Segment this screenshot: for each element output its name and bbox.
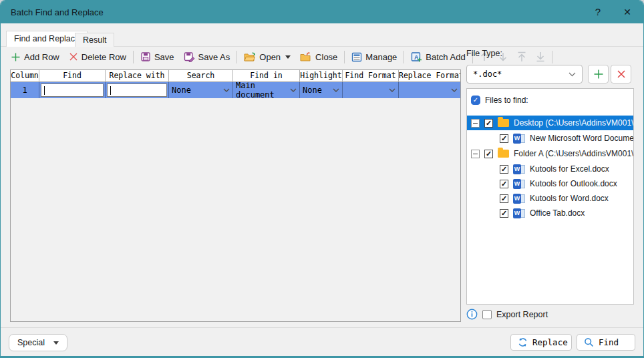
item-checkbox[interactable]: ✓ (484, 150, 493, 158)
find-in-value: Main document (236, 82, 290, 98)
header-find-format: Find Format (343, 70, 399, 81)
word-document-icon: W (513, 134, 525, 144)
header-find-in: Find in (233, 70, 300, 81)
add-row-button[interactable]: Add Row (6, 48, 64, 65)
word-document-icon: W (513, 208, 525, 218)
footer-divider (1, 327, 643, 328)
tree-item-doc[interactable]: ✓ W Kutools for Excel.docx (467, 162, 633, 176)
save-button[interactable]: Save (136, 48, 179, 65)
export-report-label: Export Report (496, 310, 548, 319)
save-label: Save (154, 52, 174, 62)
replace-with-input[interactable] (107, 83, 167, 97)
item-checkbox[interactable]: ✓ (500, 194, 508, 203)
title-bar: Batch Find and Replace (1, 1, 643, 23)
manage-label: Manage (365, 52, 397, 62)
text-caret (44, 86, 45, 95)
file-type-combobox[interactable]: *.doc* (466, 65, 583, 83)
toolbar-separator (552, 51, 552, 63)
move-top-button[interactable] (512, 51, 531, 62)
text-caret (110, 86, 111, 95)
batch-add-icon: A (411, 51, 422, 62)
batch-find-replace-dialog: Batch Find and Replace ? ✕ Find and Repl… (0, 0, 644, 358)
replace-with-cell[interactable] (106, 82, 169, 98)
chevron-down-icon (223, 88, 230, 92)
tree-item-doc[interactable]: ✓ W Kutools for Outlook.docx (467, 176, 633, 191)
open-folder-icon (244, 52, 256, 62)
find-format-dropdown[interactable] (343, 82, 399, 98)
tree-item-doc[interactable]: ✓ W New Microsoft Word Document.docx (467, 131, 633, 146)
item-checkbox[interactable]: ✓ (500, 180, 508, 188)
move-top-icon (516, 51, 527, 62)
save-icon (140, 51, 151, 62)
open-dropdown-caret-icon[interactable] (285, 55, 291, 59)
tab-result[interactable]: Result (75, 33, 114, 47)
item-checkbox[interactable]: ✓ (500, 209, 508, 218)
tree-item-folder[interactable]: ✓ Desktop (C:\Users\AddinsVM001\Desktop) (467, 116, 633, 130)
highlight-dropdown[interactable]: None (300, 82, 343, 98)
item-checkbox[interactable]: ✓ (484, 119, 493, 128)
word-document-icon: W (513, 179, 525, 189)
info-icon[interactable] (466, 309, 478, 320)
collapse-icon[interactable] (471, 119, 480, 128)
replace-format-dropdown[interactable] (399, 82, 460, 98)
toolbar-separator (236, 51, 237, 63)
tree-item-label: Kutools for Word.docx (530, 194, 609, 203)
tree-item-doc[interactable]: ✓ W Kutools for Word.docx (467, 191, 633, 206)
item-checkbox[interactable]: ✓ (500, 165, 508, 174)
tree-item-label: Desktop (C:\Users\AddinsVM001\Desktop) (514, 118, 633, 128)
toolbar-separator (404, 51, 404, 63)
special-label: Special (17, 338, 45, 347)
chevron-down-icon (569, 72, 576, 77)
delete-row-button[interactable]: Delete Row (64, 48, 131, 65)
files-to-find-toggle[interactable]: ✓ Files to find: (467, 93, 633, 108)
special-button[interactable]: Special (9, 334, 67, 351)
find-button[interactable]: Find (577, 334, 635, 351)
delete-row-label: Delete Row (82, 52, 126, 62)
folder-icon (498, 150, 509, 158)
find-cell[interactable] (39, 82, 106, 98)
toolbar-separator (133, 51, 134, 63)
close-button[interactable]: ✕ (615, 1, 639, 23)
close-file-button[interactable]: Close (295, 48, 342, 65)
x-icon (617, 69, 626, 79)
collapse-icon[interactable] (471, 150, 480, 158)
tree-item-label: Folder A (C:\Users\AddinsVM001\Desktop) (514, 149, 633, 158)
search-value: None (172, 85, 191, 95)
close-file-label: Close (315, 52, 337, 62)
replace-button[interactable]: Replace (510, 334, 572, 351)
tree-item-folder[interactable]: ✓ Folder A (C:\Users\AddinsVM001\Desktop… (467, 146, 633, 161)
toolbar-separator (344, 51, 345, 63)
remove-file-type-button[interactable] (611, 65, 631, 83)
move-bottom-button[interactable] (531, 51, 550, 62)
add-file-type-button[interactable] (588, 65, 609, 83)
file-type-value: *.doc* (473, 69, 502, 79)
header-search: Search (169, 70, 233, 81)
chevron-down-icon (333, 88, 339, 92)
chevron-down-icon (290, 88, 297, 92)
files-to-find-checkbox[interactable]: ✓ (471, 96, 480, 105)
grid-header-row: Column Find Replace with Search Find in … (11, 70, 460, 82)
find-in-dropdown[interactable]: Main document (233, 82, 300, 98)
close-folder-icon (300, 52, 312, 62)
item-checkbox[interactable]: ✓ (500, 134, 508, 143)
export-report-row: Export Report (466, 309, 548, 320)
header-replace-with: Replace with (106, 70, 169, 81)
batch-add-button[interactable]: A Batch Add (406, 48, 470, 65)
highlight-value: None (303, 85, 322, 95)
tree-item-label: Office Tab.docx (530, 208, 585, 218)
manage-button[interactable]: Manage (347, 48, 401, 65)
header-column: Column (11, 70, 39, 81)
find-input[interactable] (41, 83, 104, 97)
chevron-down-icon (389, 88, 395, 92)
tab-strip: Find and Replace Result (1, 31, 643, 47)
search-dropdown[interactable]: None (169, 82, 233, 98)
tree-item-doc[interactable]: ✓ W Office Tab.docx (467, 206, 633, 220)
word-document-icon: W (513, 194, 525, 204)
save-as-button[interactable]: Save As (179, 48, 235, 65)
export-report-checkbox[interactable] (482, 310, 492, 319)
chevron-down-icon (53, 341, 59, 345)
add-row-label: Add Row (24, 52, 59, 62)
help-button[interactable]: ? (586, 1, 610, 23)
table-row[interactable]: 1 None Main document None (11, 82, 460, 98)
open-button[interactable]: Open (239, 48, 295, 65)
